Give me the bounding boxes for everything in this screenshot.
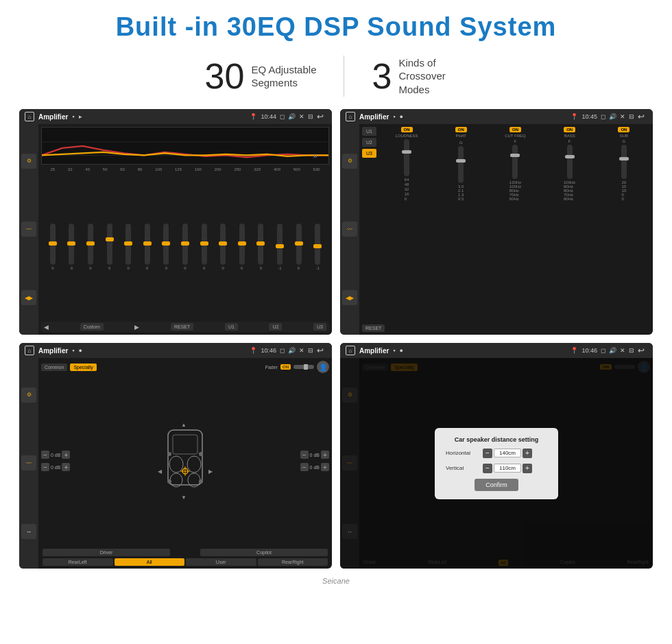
slider-track-6[interactable] (163, 224, 169, 265)
horizontal-plus[interactable]: + (523, 449, 532, 458)
fader-slider-3[interactable] (293, 365, 314, 369)
horizontal-minus[interactable]: − (483, 449, 492, 458)
vertical-plus[interactable]: + (523, 464, 532, 473)
wave-side-btn-1[interactable]: 〰 (21, 222, 36, 237)
u1-preset[interactable]: U1 (362, 127, 376, 136)
screen-content-2: ⚙ 〰 ◀▶ U1 U2 U3 ON (340, 124, 653, 335)
slider-thumb-11[interactable] (256, 241, 265, 246)
confirm-button[interactable]: Confirm (475, 479, 518, 491)
slider-track-4[interactable] (125, 224, 131, 265)
sub-slider[interactable] (621, 145, 627, 179)
phat-on[interactable]: ON (455, 127, 467, 132)
minus-br[interactable]: − (300, 463, 309, 471)
plus-tl[interactable]: + (62, 451, 70, 459)
slider-thumb-8[interactable] (200, 241, 208, 246)
slider-track-8[interactable] (202, 224, 207, 265)
cutfreq-thumb[interactable] (510, 154, 520, 157)
phat-slider[interactable] (458, 146, 464, 183)
slider-thumb-3[interactable] (106, 237, 114, 241)
user-btn[interactable]: User (186, 558, 256, 566)
all-btn[interactable]: All (115, 558, 185, 566)
slider-thumb-13[interactable] (295, 241, 303, 246)
prev-icon[interactable]: ◀ (44, 324, 49, 331)
vol-side-btn-2[interactable]: ◀▶ (342, 290, 357, 305)
home-icon-4[interactable]: ⌂ (346, 346, 355, 355)
u2-btn[interactable]: U2 (269, 323, 282, 331)
loudness-slider[interactable] (404, 139, 409, 176)
next-icon[interactable]: ▶ (134, 324, 139, 331)
minus-bl[interactable]: − (41, 463, 49, 471)
common-btn-3[interactable]: Common (41, 363, 67, 371)
slider-track-3[interactable] (107, 224, 112, 265)
home-icon-1[interactable]: ⌂ (25, 112, 34, 121)
eq-side-btn-3[interactable]: ⚙ (21, 387, 36, 403)
vol-side-btn-1[interactable]: ◀▶ (21, 290, 36, 305)
u3-btn[interactable]: U3 (313, 323, 326, 331)
slider-thumb-4[interactable] (124, 241, 132, 246)
wave-side-btn-2[interactable]: 〰 (342, 222, 357, 237)
slider-track-12[interactable] (277, 224, 283, 265)
fader-on-3[interactable]: ON (280, 364, 291, 370)
custom-btn[interactable]: Custom (80, 323, 104, 331)
slider-thumb-2[interactable] (86, 241, 95, 246)
copilot-btn[interactable]: Copilot (200, 549, 328, 556)
plus-bl[interactable]: + (62, 463, 70, 471)
driver-btn[interactable]: Driver (43, 549, 170, 556)
back-icon-3[interactable]: ↩ (317, 346, 326, 355)
eq-side-btn-2[interactable]: ⚙ (342, 154, 357, 169)
u1-btn[interactable]: U1 (225, 323, 238, 331)
svg-text:»: » (313, 151, 318, 160)
u3-preset[interactable]: U3 (362, 149, 376, 158)
bass-thumb[interactable] (565, 155, 575, 158)
slider-thumb-9[interactable] (219, 241, 227, 246)
plus-tr[interactable]: + (321, 451, 329, 459)
vol-side-btn-3[interactable]: ↔ (21, 524, 36, 539)
home-icon-2[interactable]: ⌂ (346, 112, 355, 121)
back-icon-2[interactable]: ↩ (638, 112, 647, 121)
minus-tr[interactable]: − (300, 451, 309, 459)
slider-thumb-7[interactable] (181, 241, 189, 246)
reset-btn-1[interactable]: RESET (171, 323, 193, 331)
slider-thumb-14[interactable] (313, 244, 322, 248)
phat-thumb[interactable] (456, 159, 466, 163)
slider-track-7[interactable] (182, 224, 188, 265)
slider-thumb-12[interactable] (276, 244, 284, 248)
rearright-btn[interactable]: RearRight (258, 558, 328, 566)
vertical-minus[interactable]: − (483, 464, 492, 473)
minus-tl[interactable]: − (41, 451, 49, 459)
crossover-reset-btn[interactable]: RESET (362, 324, 385, 332)
slider-thumb-6[interactable] (162, 241, 170, 246)
sub-thumb[interactable] (619, 157, 629, 160)
slider-track-5[interactable] (145, 224, 150, 265)
cutfreq-slider[interactable] (512, 145, 518, 179)
slider-thumb-0[interactable] (49, 241, 57, 246)
back-icon-4[interactable]: ↩ (638, 346, 647, 355)
slider-track-1[interactable] (69, 224, 74, 265)
rearleft-btn[interactable]: RearLeft (43, 558, 113, 566)
u2-preset[interactable]: U2 (362, 138, 376, 147)
specialty-btn-3[interactable]: Specialty (70, 363, 96, 371)
slider-track-11[interactable] (258, 224, 263, 265)
bass-slider[interactable] (567, 145, 573, 179)
slider-thumb-10[interactable] (238, 241, 246, 246)
loudness-on[interactable]: ON (401, 127, 413, 132)
home-icon-3[interactable]: ⌂ (25, 346, 34, 355)
slider-track-2[interactable] (88, 224, 93, 265)
slider-track-14[interactable] (315, 224, 320, 265)
camera-icon-2: ◻ (601, 113, 605, 120)
fader-thumb-3[interactable] (304, 364, 308, 370)
slider-thumb-5[interactable] (143, 241, 152, 246)
slider-track-10[interactable] (239, 224, 245, 265)
slider-track-13[interactable] (296, 224, 302, 265)
plus-br[interactable]: + (321, 463, 329, 471)
eq-side-btn-1[interactable]: ⚙ (21, 154, 36, 169)
back-icon-1[interactable]: ↩ (317, 112, 326, 121)
wave-side-btn-3[interactable]: 〰 (21, 455, 36, 470)
slider-thumb-1[interactable] (67, 241, 75, 246)
slider-track-0[interactable] (50, 224, 56, 265)
sub-on[interactable]: ON (618, 127, 629, 132)
cutfreq-on[interactable]: ON (509, 127, 521, 132)
loudness-thumb[interactable] (402, 150, 411, 154)
bass-on[interactable]: ON (564, 127, 575, 132)
slider-track-9[interactable] (220, 224, 226, 265)
